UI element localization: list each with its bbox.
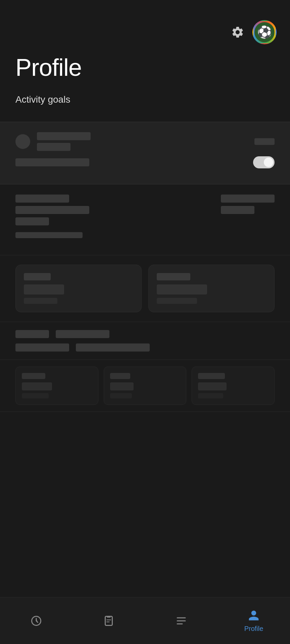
col-left-sub bbox=[24, 298, 57, 304]
steps-label-blur bbox=[37, 132, 91, 140]
settings-button[interactable] bbox=[230, 24, 246, 40]
small-row1 bbox=[15, 330, 275, 338]
avatar-image: ⚽ bbox=[257, 25, 272, 39]
mid-bar-row bbox=[15, 232, 275, 238]
small-items-section bbox=[0, 322, 290, 360]
app-header: ⚽ bbox=[0, 0, 290, 51]
mid-label1-blur bbox=[15, 195, 69, 203]
three3-title bbox=[198, 373, 225, 379]
content-area bbox=[0, 122, 290, 479]
nav-item-list[interactable] bbox=[145, 609, 218, 633]
steps-toggle[interactable] bbox=[253, 156, 275, 168]
activity-goals-label: Activity goals bbox=[15, 94, 275, 105]
steps-subtext-blur bbox=[15, 158, 89, 166]
small1-blur bbox=[15, 330, 49, 338]
mid-right2-blur bbox=[221, 206, 254, 214]
three2-sub bbox=[110, 393, 132, 398]
col-left-title bbox=[24, 273, 51, 280]
person-icon bbox=[247, 609, 260, 622]
steps-goal-row bbox=[15, 132, 275, 151]
small3-blur bbox=[15, 343, 69, 352]
nav-item-profile[interactable]: Profile bbox=[218, 603, 290, 638]
avatar-inner: ⚽ bbox=[254, 22, 275, 42]
three3-value bbox=[198, 382, 227, 390]
steps-right-blur bbox=[254, 138, 275, 145]
col-item-left bbox=[15, 265, 142, 312]
two-col-section bbox=[0, 255, 290, 322]
mid-label3-blur bbox=[15, 217, 49, 225]
nav-item-today[interactable] bbox=[0, 609, 72, 633]
steps-value-blur bbox=[37, 143, 70, 151]
col-right-sub bbox=[157, 298, 197, 304]
small2-blur bbox=[56, 330, 109, 338]
col-left-value bbox=[24, 284, 64, 294]
steps-icon-placeholder bbox=[15, 134, 30, 149]
svg-rect-1 bbox=[105, 616, 112, 625]
clipboard-icon bbox=[102, 614, 115, 628]
steps-goal-card bbox=[0, 122, 290, 184]
three3-sub bbox=[198, 393, 223, 398]
avatar[interactable]: ⚽ bbox=[252, 20, 277, 44]
three1-sub bbox=[22, 393, 49, 398]
mid-label2-blur bbox=[15, 206, 89, 214]
mid-right1-blur bbox=[221, 195, 275, 203]
small-row2 bbox=[15, 343, 275, 352]
clock-icon bbox=[30, 614, 43, 628]
page-title: Profile bbox=[15, 54, 275, 81]
three1-title bbox=[22, 373, 45, 379]
bottom-navigation: Profile bbox=[0, 597, 290, 644]
page-title-section: Profile Activity goals bbox=[0, 51, 290, 122]
nav-item-journal[interactable] bbox=[72, 609, 145, 633]
mid-content-section bbox=[0, 184, 290, 255]
col-right-title bbox=[157, 273, 190, 280]
toggle-knob bbox=[264, 158, 273, 167]
col-right-value bbox=[157, 284, 207, 294]
empty-area bbox=[0, 412, 290, 479]
col-item-right bbox=[148, 265, 275, 312]
three1-value bbox=[22, 382, 52, 390]
three-col-2 bbox=[104, 367, 187, 405]
three-col-1 bbox=[15, 367, 98, 405]
mid-bar1 bbox=[15, 232, 83, 238]
small4-blur bbox=[76, 343, 150, 352]
steps-toggle-row bbox=[15, 156, 275, 168]
profile-nav-label: Profile bbox=[244, 625, 263, 633]
three2-title bbox=[110, 373, 130, 379]
list-icon bbox=[175, 614, 188, 628]
three2-value bbox=[110, 382, 134, 390]
three-col-3 bbox=[192, 367, 275, 405]
three-col-section bbox=[0, 360, 290, 412]
